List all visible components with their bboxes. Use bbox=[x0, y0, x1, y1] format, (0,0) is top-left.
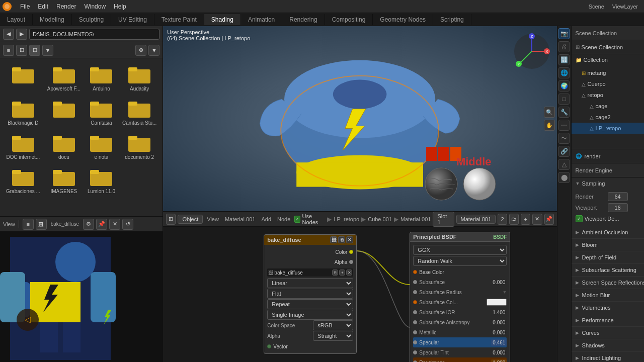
image-ops-1[interactable]: ⎘ bbox=[332, 269, 338, 276]
node-image-icon[interactable]: 🖼 bbox=[330, 236, 337, 243]
viewport-sample-value[interactable]: 16 bbox=[608, 203, 628, 212]
node-add-menu[interactable]: Add bbox=[259, 216, 273, 222]
hand-icon[interactable]: ✋ bbox=[544, 120, 555, 131]
bloom-header[interactable]: Bloom bbox=[572, 239, 644, 251]
socket-color-out[interactable] bbox=[349, 250, 353, 254]
node-bake-diffuse[interactable]: bake_diffuse 🖼 ⎘ ✕ Color bbox=[264, 234, 357, 354]
slot-dropdown[interactable]: Slot 1 bbox=[433, 212, 454, 227]
material-new[interactable]: + bbox=[521, 214, 530, 225]
subsurface-method-dropdown[interactable]: Random Walk bbox=[413, 256, 507, 266]
list-item[interactable]: Camtasia bbox=[86, 97, 117, 128]
menu-render[interactable]: Render bbox=[52, 2, 80, 11]
menu-edit[interactable]: Edit bbox=[34, 2, 52, 11]
view-icon[interactable]: ≡ bbox=[3, 45, 14, 56]
list-item[interactable]: documento 2 bbox=[120, 131, 158, 162]
node-view-menu[interactable]: View bbox=[205, 216, 221, 222]
list-item[interactable]: Lumion 11.0 bbox=[86, 165, 117, 196]
use-nodes-checkbox[interactable]: ✓ bbox=[294, 216, 300, 223]
ss-radius-expand[interactable]: ▼ bbox=[502, 290, 507, 295]
node-x-icon[interactable]: ✕ bbox=[346, 236, 353, 243]
dof-header[interactable]: Depth of Field bbox=[572, 251, 644, 263]
grid-icon[interactable]: ⊟ bbox=[29, 45, 40, 56]
list-item[interactable]: Blackmagic D bbox=[4, 97, 42, 128]
material-close[interactable]: ✕ bbox=[532, 214, 542, 225]
forward-button[interactable]: ▶ bbox=[16, 29, 27, 40]
list-item[interactable]: Arduino bbox=[86, 62, 117, 94]
socket-specular[interactable] bbox=[413, 340, 417, 344]
breadcrumb-cube[interactable]: Cube.001 bbox=[368, 216, 392, 222]
socket-ss-aniso[interactable] bbox=[413, 320, 417, 324]
ambient-occlusion-header[interactable]: Ambient Occlusion bbox=[572, 226, 644, 238]
tab-sculpting[interactable]: Sculpting bbox=[72, 14, 111, 25]
image-settings[interactable]: ⚙ bbox=[83, 219, 94, 230]
physics-props-icon[interactable]: 〜 bbox=[558, 133, 570, 144]
constraints-props-icon[interactable]: 🔗 bbox=[558, 146, 570, 157]
curves-header[interactable]: Curves bbox=[572, 327, 644, 339]
socket-ss-ior[interactable] bbox=[413, 310, 417, 314]
back-button[interactable]: ◀ bbox=[3, 29, 14, 40]
list-item[interactable]: e nota bbox=[86, 131, 117, 162]
node-principled-bsdf[interactable]: Principled BSDF BSDF GGX Random Wal bbox=[410, 232, 510, 362]
list-item[interactable] bbox=[45, 97, 83, 128]
socket-alpha-out[interactable] bbox=[349, 260, 353, 264]
tab-texture-paint[interactable]: Texture Paint bbox=[154, 14, 204, 25]
tree-item-cage[interactable]: △ cage bbox=[572, 101, 644, 112]
node-pin[interactable]: 📌 bbox=[544, 214, 554, 225]
modifier-props-icon[interactable]: 🔧 bbox=[558, 107, 570, 118]
tree-item-cage2[interactable]: △ cage2 bbox=[572, 112, 644, 123]
list-item[interactable]: Camtasia Stu... bbox=[120, 97, 158, 128]
subsurface-header[interactable]: Subsurface Scattering bbox=[572, 264, 644, 276]
tab-scripting[interactable]: Scripting bbox=[433, 14, 471, 25]
output-props-icon[interactable]: 🖨 bbox=[558, 41, 570, 52]
volumetrics-header[interactable]: Volumetrics bbox=[572, 302, 644, 314]
swatch-red[interactable] bbox=[426, 147, 437, 161]
indirect-lighting-header[interactable]: Indirect Lighting bbox=[572, 352, 644, 362]
tab-modeling[interactable]: Modeling bbox=[33, 14, 72, 25]
image-ops-3[interactable]: ✕ bbox=[346, 269, 352, 276]
single-image-dropdown[interactable]: Single Image bbox=[267, 310, 353, 320]
image-canvas[interactable]: ◁ bbox=[0, 232, 163, 362]
viewport-denoise-checkbox[interactable]: ✓ bbox=[576, 215, 583, 222]
tab-layout[interactable]: Layout bbox=[0, 14, 33, 25]
menu-window[interactable]: Window bbox=[80, 2, 110, 11]
distribution-dropdown[interactable]: GGX bbox=[413, 245, 507, 255]
image-editor-menu[interactable]: ≡ bbox=[23, 219, 34, 230]
3d-viewport[interactable]: Object Mode View Select Add Object Local… bbox=[163, 26, 556, 211]
tab-shading[interactable]: Shading bbox=[204, 14, 241, 25]
tree-item-metarig[interactable]: ⊞ metarig 👁 bbox=[572, 67, 644, 78]
image-refresh[interactable]: ↺ bbox=[122, 219, 133, 230]
node-select-menu[interactable]: Material.001 bbox=[223, 216, 258, 222]
node-object-dropdown[interactable]: Object bbox=[178, 215, 203, 224]
list-item[interactable] bbox=[4, 62, 42, 94]
image-ops-2[interactable]: + bbox=[339, 269, 345, 276]
filter-icon[interactable]: ⊛ bbox=[135, 45, 146, 56]
socket-metallic[interactable] bbox=[413, 330, 417, 334]
image-pin[interactable]: 📌 bbox=[96, 219, 107, 230]
object-props-icon[interactable]: □ bbox=[558, 94, 570, 105]
menu-file[interactable]: File bbox=[16, 2, 34, 11]
tree-item-cuerpo[interactable]: △ Cuerpo 38 👁 bbox=[572, 78, 644, 89]
tree-item-retopo[interactable]: △ retopo 👁 bbox=[572, 89, 644, 101]
list-icon[interactable]: ⊞ bbox=[16, 45, 27, 56]
use-nodes-toggle[interactable]: ✓ Use Nodes bbox=[294, 213, 325, 225]
socket-spec-tint[interactable] bbox=[413, 350, 417, 354]
tab-uv-editing[interactable]: UV Editing bbox=[111, 14, 154, 25]
list-item[interactable]: Audacity bbox=[120, 62, 158, 94]
node-editor-mode[interactable]: ⊞ bbox=[166, 214, 176, 225]
socket-base-color[interactable] bbox=[413, 270, 417, 274]
ssr-header[interactable]: Screen Space Reflections bbox=[572, 277, 644, 289]
breadcrumb-material[interactable]: Material.001 bbox=[400, 216, 431, 222]
swatch-dark-red[interactable] bbox=[438, 147, 449, 161]
scene-props-icon[interactable]: 🌐 bbox=[558, 67, 570, 78]
performance-header[interactable]: Performance bbox=[572, 314, 644, 326]
tree-item-lp-retopo[interactable]: △ LP_retopo 👁 📷 bbox=[572, 123, 644, 134]
node-node-menu[interactable]: Node bbox=[275, 216, 292, 222]
view-layer-props-icon[interactable]: 🔢 bbox=[558, 54, 570, 65]
data-props-icon[interactable]: △ bbox=[558, 159, 570, 170]
tab-compositing[interactable]: Compositing bbox=[325, 14, 373, 25]
socket-ss-color[interactable] bbox=[413, 300, 417, 304]
list-item[interactable]: IMAGENES bbox=[45, 165, 83, 196]
filter-dropdown[interactable]: ▼ bbox=[148, 45, 159, 56]
tab-rendering[interactable]: Rendering bbox=[282, 14, 325, 25]
render-props-icon[interactable]: 📷 bbox=[558, 28, 570, 39]
